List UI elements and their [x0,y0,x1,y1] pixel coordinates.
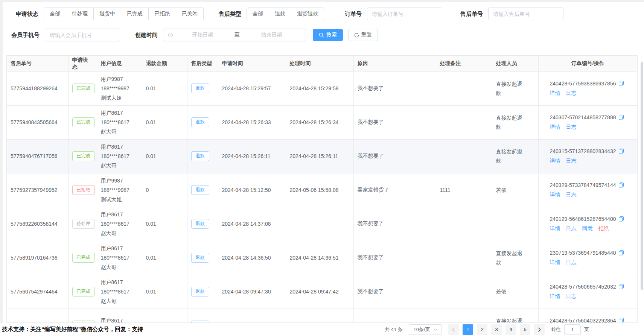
copy-icon[interactable] [618,114,624,120]
page-button-2[interactable]: 2 [477,324,487,335]
copy-icon[interactable] [618,318,624,323]
reason-cell: 卖家发错货了 [353,173,436,207]
apply-time-cell: 2024-04-28 09:47:30 [218,275,286,309]
prev-page-button[interactable] [448,324,459,335]
apply-time-cell: 2024-04-28 15:26:33 [218,105,286,139]
action-link[interactable]: 详情 [550,90,560,97]
vertical-scrollbar[interactable] [641,62,643,290]
table-header: 售后单号 申请状态 用户信息 退款金额 售后类型 申请时间 处理时间 原因 处理… [7,56,637,71]
next-page-button[interactable] [534,324,545,335]
action-link[interactable]: 详情 [550,293,560,300]
status-cell: 已完成 [68,105,97,139]
apply-time-cell [218,309,286,323]
action-link[interactable]: 详情 [550,124,560,131]
action-link[interactable]: 日志 [566,192,577,198]
goto-page-input[interactable] [564,324,581,335]
row-actions: 详情日志 [550,259,634,266]
status-filter-all[interactable]: 全部 [44,8,66,20]
reason-cell: 我不想要了 [353,71,436,105]
action-link[interactable]: 拒绝 [598,225,609,232]
copy-icon[interactable] [618,284,624,289]
type-cell: 退款 [187,275,218,309]
handler-text: 直接发起退款 [496,249,525,267]
aftersale-no-input[interactable] [488,8,563,20]
action-link[interactable]: 日志 [566,158,577,164]
aftersale-no-cell: 5775892260358144 [7,207,68,241]
phone-input[interactable] [45,29,120,41]
handler-text: 直接发起退款 [496,147,525,165]
user-info-cell: 用户8617180****8617赵大哥 [97,139,142,173]
refund-amount-cell: 0 [142,173,187,207]
type-filter-all[interactable]: 全部 [247,8,269,20]
copy-icon[interactable] [618,216,624,222]
action-link[interactable]: 详情 [550,225,560,232]
handle-time-cell: 2024-05-06 15:58:08 [286,173,353,207]
action-link[interactable]: 日志 [566,124,577,131]
reset-button[interactable]: 重置 [348,29,378,41]
start-date-placeholder[interactable]: 开始日期 [173,32,232,38]
action-link[interactable]: 日志 [566,225,577,232]
action-link[interactable]: 详情 [550,158,560,164]
order-no-line: 230719-5373694791485440 [550,250,634,256]
end-date-placeholder[interactable]: 结束日期 [242,32,301,38]
order-no-input[interactable] [367,8,442,20]
copy-icon[interactable] [618,148,624,154]
search-button[interactable]: 搜索 [313,29,343,41]
status-filter-closed[interactable]: 已关闭 [176,8,204,20]
type-filter-return-refund[interactable]: 退货退款 [291,8,324,20]
table-row: 5775607542974464已完成用户8617180****8617赵大哥0… [7,275,637,309]
user-info-line: 赵大哥 [101,263,138,272]
arrow-left-icon [452,327,455,332]
refund-amount-cell: 0.01 [142,241,187,275]
user-info-cell: 用户9987188****9987测试大姐 [97,71,142,105]
action-link[interactable]: 同意 [582,225,593,232]
page-button-1[interactable]: 1 [463,324,473,335]
goto-page: 前往 页 [551,324,589,335]
copy-icon[interactable] [618,81,624,86]
refund-amount-cell: 0.01 [142,71,187,105]
type-filter-refund[interactable]: 退款 [269,8,291,20]
aftersale-type-badge: 退款 [191,117,209,127]
action-link[interactable]: 日志 [566,293,577,300]
page-size-select[interactable]: 10条/页 [409,324,442,335]
refresh-icon [354,33,359,38]
tech-support-text: 技术支持：关注“编写美好前程”微信公众号，回复：支持 [2,326,143,333]
status-cell: 待处理 [68,207,97,241]
page-button-4[interactable]: 4 [505,324,516,335]
aftersale-no-cell: 5775891970164736 [7,241,68,275]
aftersale-type-badge: 退款 [191,151,209,161]
row-actions: 详情日志同意拒绝 [550,225,634,232]
page-button-5[interactable]: 5 [520,324,530,335]
handler-cell: 直接发起退款 [492,71,538,105]
user-info-line: 用户9987 [101,74,138,84]
aftersale-no-cell: 5775944188299264 [7,71,68,105]
apply-time-cell: 2024-04-28 14:37:08 [218,207,286,241]
order-no: 240428-5775938386937856 [550,81,616,87]
status-filter-pending[interactable]: 待处理 [66,8,94,20]
table-row: 5775891970164736已完成用户8617180****8617赵大哥0… [7,241,637,275]
status-filter-label: 申请状态 [16,11,38,18]
search-button-label: 搜索 [326,32,337,38]
copy-icon[interactable] [618,182,624,188]
user-info-line: 赵大哥 [101,229,138,238]
goto-unit: 页 [584,326,589,333]
page-button-3[interactable]: 3 [491,324,502,335]
user-info-line: 测试大姐 [101,195,138,204]
col-order-ops: 订单编号/操作 [538,56,637,71]
action-link[interactable]: 日志 [566,90,577,97]
handle-time-cell [286,207,353,241]
action-link[interactable]: 日志 [566,259,577,266]
action-link[interactable]: 详情 [550,259,560,266]
order-no: 240428-5775604032292864 [550,318,616,323]
reason-cell: 我不想要了 [353,105,436,139]
create-time-range-picker[interactable]: 开始日期 至 结束日期 [163,29,306,41]
table-row: 已完成用户8617180****8617退款直接发起退款240428-57756… [7,309,637,323]
action-link[interactable]: 详情 [550,192,560,198]
copy-icon[interactable] [618,250,624,255]
status-filter-returning[interactable]: 退货中 [93,8,121,20]
status-cell: 已完成 [68,241,97,275]
status-badge: 已完成 [72,287,95,296]
apply-time-cell: 2024-04-28 15:29:57 [218,71,286,105]
status-filter-completed[interactable]: 已完成 [121,8,149,20]
status-filter-rejected[interactable]: 已拒绝 [148,8,176,20]
